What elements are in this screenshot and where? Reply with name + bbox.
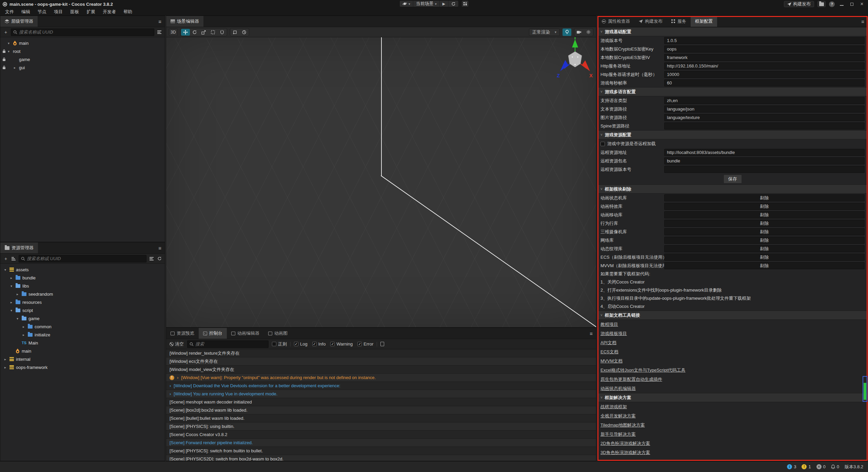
- chevron-right-icon[interactable]: ▸: [14, 66, 19, 70]
- doc-link[interactable]: ECS文档: [600, 349, 618, 355]
- menu-item[interactable]: 面板: [66, 9, 83, 15]
- chevron-right-icon[interactable]: ▸: [11, 300, 16, 304]
- doc-link[interactable]: Excel格式转Json文件与TypeScript代码工具: [600, 367, 686, 373]
- console-search-input[interactable]: [195, 341, 266, 347]
- hierarchy-search-input[interactable]: [19, 29, 152, 35]
- remove-module-button[interactable]: 剔除: [664, 194, 865, 201]
- chevron-right-icon[interactable]: ▸: [11, 276, 16, 280]
- asset-node[interactable]: ▸internal: [0, 355, 165, 363]
- field-input[interactable]: 60: [664, 79, 865, 86]
- chevron-down-icon[interactable]: ▾: [8, 41, 13, 45]
- minimize-button[interactable]: [838, 2, 845, 7]
- console-menu-icon[interactable]: ≡: [586, 331, 596, 336]
- inspector-tab-2[interactable]: 构建发布: [634, 16, 667, 27]
- console-tab-3[interactable]: 动画编辑器: [227, 328, 264, 339]
- inspector-menu-icon[interactable]: ≡: [858, 19, 868, 24]
- console-tab-4[interactable]: 动画图: [264, 328, 292, 339]
- section-header[interactable]: ˅框架文档工具链接: [597, 311, 868, 320]
- view-gizmo[interactable]: Y X Z: [555, 37, 595, 81]
- create-node-button[interactable]: +: [3, 29, 8, 35]
- doc-link[interactable]: 原生包热更新配置自动生成插件: [600, 376, 662, 382]
- asset-node[interactable]: ▸initialize: [0, 331, 165, 339]
- doc-link[interactable]: 3D角色扮演游戏解决方案: [600, 450, 650, 456]
- refresh-assets-button[interactable]: [157, 256, 162, 261]
- scene-camera-button[interactable]: [575, 29, 584, 36]
- section-header[interactable]: ˅框架解决方案: [597, 393, 868, 402]
- remove-module-button[interactable]: 剔除: [664, 262, 865, 269]
- asset-node[interactable]: ▸bundle: [0, 274, 165, 282]
- scale-tool-button[interactable]: [199, 29, 208, 36]
- inspector-tab-3[interactable]: 服务: [667, 16, 691, 27]
- build-publish-button[interactable]: 构建发布: [784, 1, 814, 7]
- filter-error[interactable]: ✓Error: [357, 341, 373, 347]
- expand-chevron-icon[interactable]: ›: [177, 375, 178, 380]
- hierarchy-node[interactable]: ▾main: [0, 39, 165, 47]
- assets-menu-icon[interactable]: ≡: [155, 245, 165, 251]
- asset-node[interactable]: ▸common: [0, 322, 165, 331]
- field-input[interactable]: zh,en: [664, 97, 865, 104]
- layout-button[interactable]: [461, 0, 469, 7]
- menu-item[interactable]: 节点: [34, 9, 50, 15]
- field-input[interactable]: http://localhost:8083/assets/bundle: [664, 149, 865, 156]
- console-log-row[interactable]: [Scene] [box2d]:box2d wasm lib loaded.: [166, 406, 596, 414]
- hierarchy-node[interactable]: ▾root: [0, 47, 165, 55]
- scene-canvas[interactable]: Y X Z: [166, 37, 596, 327]
- console-log-row[interactable]: [Window] render_texture文件夹存在: [166, 349, 596, 357]
- console-log-row[interactable]: [Scene] [PHYSICS]: switch from builtin t…: [166, 447, 596, 455]
- log-file-icon[interactable]: [380, 342, 384, 346]
- doc-link[interactable]: 全栈开发解决方案: [600, 413, 636, 419]
- help-button[interactable]: ?: [829, 1, 835, 7]
- close-button[interactable]: ×: [859, 1, 865, 7]
- field-input[interactable]: framework: [664, 54, 865, 61]
- console-log-row[interactable]: [Scene] Forward render pipeline initiali…: [166, 439, 596, 447]
- hierarchy-node[interactable]: ▸gui: [0, 63, 165, 72]
- chevron-down-icon[interactable]: ▾: [4, 268, 9, 272]
- field-input[interactable]: 1.0.5: [664, 37, 865, 44]
- field-input[interactable]: oops: [664, 45, 865, 53]
- warning-count[interactable]: ! 1: [802, 464, 811, 469]
- console-log-row[interactable]: [Scene] [bullet]:bullet wasm lib loaded.: [166, 414, 596, 422]
- asset-node[interactable]: ▾assets: [0, 266, 165, 274]
- filter-info[interactable]: ✓Info: [312, 341, 326, 347]
- console-tab-2[interactable]: >_控制台: [199, 328, 227, 339]
- hierarchy-tab[interactable]: 层级管理器: [0, 16, 38, 27]
- menu-item[interactable]: 编辑: [18, 9, 34, 15]
- doc-link[interactable]: 动画状态机编辑器: [600, 386, 636, 392]
- section-header[interactable]: ˅游戏多语言配置: [597, 87, 868, 96]
- field-input[interactable]: http://192.168.0.150/main/: [664, 62, 865, 70]
- doc-link[interactable]: Tiledmap地图解决方案: [600, 422, 645, 428]
- chevron-right-icon[interactable]: ▸: [17, 292, 22, 296]
- asset-node[interactable]: ▾script: [0, 306, 165, 314]
- console-log-row[interactable]: ›[Window] You are running Vue in develop…: [166, 390, 596, 398]
- console-log-row[interactable]: !›[Window] [Vue warn]: Property "onInput…: [166, 374, 596, 382]
- console-log-row[interactable]: [Window] model_view文件夹存在: [166, 366, 596, 374]
- inspector-tab-1[interactable]: 属性检查器: [597, 16, 634, 27]
- regex-checkbox[interactable]: 正则: [272, 341, 287, 347]
- asset-node[interactable]: main: [0, 347, 165, 355]
- field-input[interactable]: language/json: [664, 105, 865, 113]
- chevron-right-icon[interactable]: ▸: [4, 357, 9, 361]
- asset-node[interactable]: ▾libs: [0, 282, 165, 290]
- info-count[interactable]: i 3: [787, 464, 796, 469]
- field-input[interactable]: [664, 122, 865, 130]
- field-input[interactable]: language/texture: [664, 114, 865, 121]
- field-input[interactable]: [664, 166, 865, 173]
- doc-link[interactable]: 教程项目: [600, 321, 618, 328]
- sort-assets-button[interactable]: [11, 257, 16, 260]
- scene-tab[interactable]: 场景编辑器: [166, 16, 203, 27]
- console-log-row[interactable]: [Scene] Cocos Creator v3.8.2: [166, 431, 596, 439]
- render-mode-dropdown[interactable]: 正常渲染 ▾: [529, 28, 560, 36]
- asset-node[interactable]: ▸resources: [0, 298, 165, 306]
- scene-select-dropdown[interactable]: 当前场景 ▾: [413, 1, 440, 7]
- field-input[interactable]: 10000: [664, 71, 865, 78]
- chevron-down-icon[interactable]: ▾: [11, 309, 16, 312]
- console-log-row[interactable]: [Scene] [PHYSICS2D]: switch from box2d-w…: [166, 455, 596, 461]
- coord-snap-button[interactable]: [240, 29, 249, 36]
- section-header[interactable]: ˅框架模块剔除: [597, 184, 868, 194]
- menu-item[interactable]: 帮助: [120, 9, 136, 15]
- chevron-down-icon[interactable]: ▾: [8, 50, 13, 53]
- doc-link[interactable]: MVVM文档: [600, 358, 623, 364]
- hierarchy-menu-icon[interactable]: ≡: [155, 19, 165, 24]
- save-button[interactable]: 保存: [724, 175, 742, 183]
- remove-module-button[interactable]: 剔除: [664, 254, 865, 261]
